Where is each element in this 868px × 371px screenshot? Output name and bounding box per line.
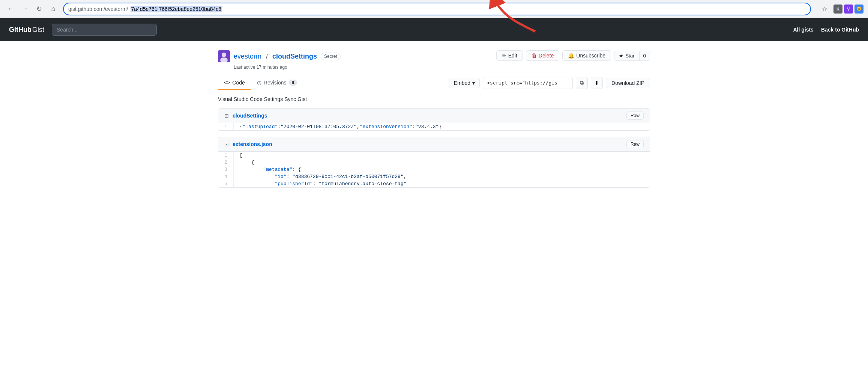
file-icon: ⊡ [224, 113, 229, 119]
ext-icon-face: 😊 [854, 5, 863, 14]
secret-badge: Secret [321, 53, 341, 60]
download-zip-button[interactable]: Download ZIP [606, 78, 650, 88]
svg-point-2 [222, 53, 226, 57]
tab-code[interactable]: <> Code [218, 76, 251, 90]
table-row: 2 { [218, 159, 650, 166]
line-number: 1 [218, 152, 233, 159]
gist-title-area: evestorm / cloudSettings Secret Last act… [218, 50, 341, 70]
tabs-right: Embed ▾ ⧉ ⬇ Download ZIP [449, 77, 650, 89]
address-bar[interactable]: gist.github.com/evestorm/7a4d5e761f766f5… [63, 3, 811, 15]
forward-button[interactable]: → [19, 3, 31, 15]
line-code: "publisherId": "formulahendry.auto-close… [233, 180, 650, 187]
tab-revisions-label: Revisions [264, 80, 287, 86]
reload-button[interactable]: ↻ [33, 3, 45, 15]
home-button[interactable]: ⌂ [47, 3, 59, 15]
gist-actions: ✏ Edit 🗑 Delete 🔔 Unsubscribe ★ Star 0 [496, 50, 650, 61]
star-count[interactable]: 0 [639, 51, 650, 60]
back-to-github-link[interactable]: Back to GitHub [821, 27, 859, 33]
code-table-cloudsettings: 1 {"lastUpload":"2020-02-01T08:37:05.372… [218, 123, 650, 130]
file-content-cloudsettings: 1 {"lastUpload":"2020-02-01T08:37:05.372… [218, 123, 650, 130]
file-icon-extensions: ⊡ [224, 141, 229, 147]
gist-owner-row: evestorm / cloudSettings Secret [218, 50, 341, 62]
delete-label: Delete [539, 53, 554, 59]
file-block-cloudsettings: ⊡ cloudSettings Raw 1 {"lastUpload":"202… [218, 108, 650, 131]
trash-icon: 🗑 [532, 53, 537, 59]
line-number: 4 [218, 173, 233, 180]
embed-script-input[interactable] [483, 77, 573, 89]
edit-icon: ✏ [502, 53, 506, 59]
tab-code-label: Code [232, 80, 245, 86]
line-code: "id": "d3836729-9cc1-42c1-b2af-d50071f57… [233, 173, 650, 180]
file-name-extensions[interactable]: extensions.json [233, 141, 272, 147]
avatar [218, 50, 230, 62]
raw-button-extensions[interactable]: Raw [626, 140, 644, 148]
line-number: 2 [218, 159, 233, 166]
tabs-bar: <> Code ◷ Revisions 9 Embed ▾ ⧉ ⬇ Downlo… [218, 76, 650, 90]
extension-icons: K V 😊 [833, 5, 863, 14]
ext-icon-v: V [844, 5, 853, 14]
copy-icon: ⧉ [580, 80, 584, 86]
download-icon: ⬇ [595, 80, 599, 86]
gist-filename[interactable]: cloudSettings [272, 53, 317, 60]
gist-header: evestorm / cloudSettings Secret Last act… [218, 50, 650, 70]
star-button[interactable]: ★ Star [614, 51, 639, 60]
embed-dropdown-icon: ▾ [472, 80, 475, 86]
file-content-extensions: 1 [ 2 { 3 "metadata": { 4 [218, 152, 650, 187]
unsubscribe-button[interactable]: 🔔 Unsubscribe [562, 50, 611, 61]
back-button[interactable]: ← [5, 3, 17, 15]
line-code: [ [233, 152, 650, 159]
copy-button[interactable]: ⧉ [576, 77, 588, 89]
line-number: 1 [218, 123, 233, 130]
address-hash: 7a4d5e761f766f52eba8ee2510ba84c8 [131, 6, 222, 12]
avatar-image [218, 50, 230, 62]
star-label: Star [625, 53, 634, 59]
delete-button[interactable]: 🗑 Delete [526, 50, 559, 61]
unsubscribe-label: Unsubscribe [576, 53, 605, 59]
file-block-header-cloudsettings: ⊡ cloudSettings Raw [218, 109, 650, 123]
tab-revisions[interactable]: ◷ Revisions 9 [251, 76, 303, 90]
github-gist-logo: GitHub Gist [9, 26, 44, 34]
embed-button[interactable]: Embed ▾ [449, 78, 480, 88]
page-content: evestorm / cloudSettings Secret Last act… [209, 41, 659, 188]
code-table-extensions: 1 [ 2 { 3 "metadata": { 4 [218, 152, 650, 187]
file-block-extensions: ⊡ extensions.json Raw 1 [ 2 { 3 [218, 137, 650, 188]
gist-owner-name[interactable]: evestorm [234, 53, 261, 60]
embed-label: Embed [454, 80, 470, 86]
address-domain: gist.github.com/evestorm/ [68, 6, 128, 12]
clock-icon: ◷ [257, 80, 261, 86]
table-row: 3 "metadata": { [218, 166, 650, 173]
gist-last-active: Last active 17 minutes ago [234, 65, 341, 70]
file-name-area: ⊡ cloudSettings [224, 113, 267, 119]
browser-chrome: ← → ↻ ⌂ gist.github.com/evestorm/7a4d5e7… [0, 0, 868, 18]
edit-button[interactable]: ✏ Edit [496, 50, 523, 61]
raw-button-cloudsettings[interactable]: Raw [626, 112, 644, 120]
line-code: {"lastUpload":"2020-02-01T08:37:05.372Z"… [233, 123, 650, 130]
revisions-count-badge: 9 [289, 80, 297, 86]
nav-buttons: ← → ↻ ⌂ [5, 3, 59, 15]
bell-icon: 🔔 [568, 53, 574, 59]
logo-github: GitHub [9, 26, 32, 34]
bookmark-button[interactable]: ☆ [818, 3, 830, 15]
gist-separator: / [266, 53, 268, 60]
file-block-header-extensions: ⊡ extensions.json Raw [218, 137, 650, 152]
file-name-cloudsettings[interactable]: cloudSettings [233, 113, 267, 119]
github-header: GitHub Gist All gists Back to GitHub [0, 18, 868, 41]
gist-description: Visual Studio Code Settings Sync Gist [218, 96, 650, 102]
all-gists-link[interactable]: All gists [793, 27, 813, 33]
logo-gist: Gist [32, 26, 44, 34]
line-number: 3 [218, 166, 233, 173]
line-number: 5 [218, 180, 233, 187]
table-row: 4 "id": "d3836729-9cc1-42c1-b2af-d50071f… [218, 173, 650, 180]
download-icon-button[interactable]: ⬇ [591, 77, 603, 89]
search-input[interactable] [52, 24, 157, 36]
file-name-area-extensions: ⊡ extensions.json [224, 141, 272, 147]
line-code: { [233, 159, 650, 166]
star-button-group: ★ Star 0 [614, 51, 650, 61]
table-row: 1 [ [218, 152, 650, 159]
github-nav: All gists Back to GitHub [793, 27, 859, 33]
code-icon: <> [224, 80, 230, 86]
table-row: 1 {"lastUpload":"2020-02-01T08:37:05.372… [218, 123, 650, 130]
download-zip-label: Download ZIP [611, 80, 644, 86]
line-code: "metadata": { [233, 166, 650, 173]
table-row: 5 "publisherId": "formulahendry.auto-clo… [218, 180, 650, 187]
